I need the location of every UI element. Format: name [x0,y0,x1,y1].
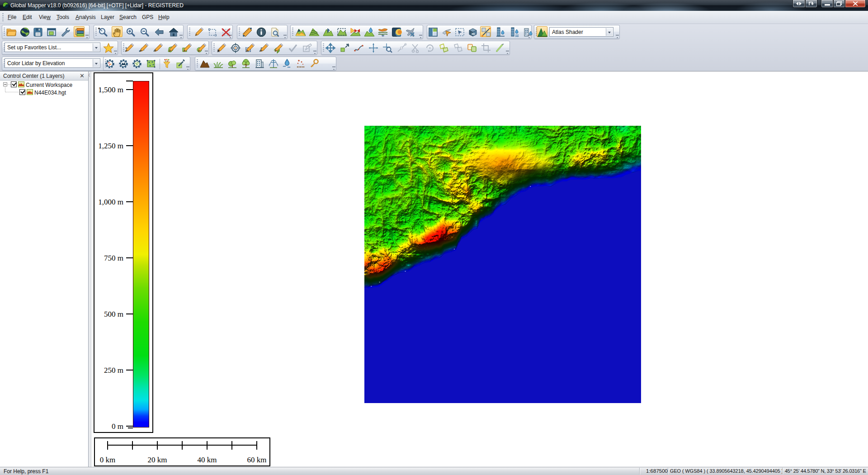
svg-text:3D: 3D [472,33,475,35]
